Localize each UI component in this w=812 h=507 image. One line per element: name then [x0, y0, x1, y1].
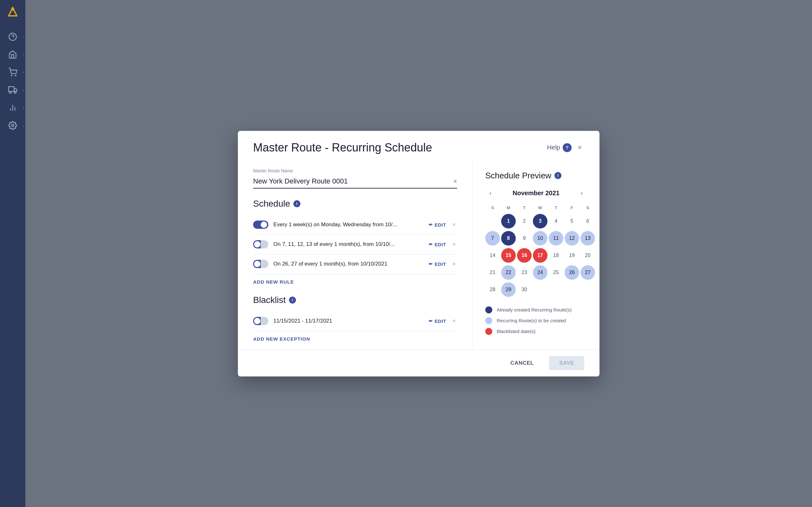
cal-day-23[interactable]: 23: [517, 265, 531, 280]
cal-day-26[interactable]: 26: [565, 265, 579, 280]
pencil-icon: ✏: [429, 319, 433, 324]
cal-day-21[interactable]: 21: [485, 265, 500, 280]
cal-day-4[interactable]: 4: [549, 214, 563, 228]
modal-footer: CANCEL SAVE: [238, 349, 600, 377]
preview-info-icon[interactable]: i: [554, 172, 561, 179]
rule-1-delete-button[interactable]: ×: [451, 220, 457, 229]
cal-day-1[interactable]: 1: [501, 214, 516, 228]
cal-day-30[interactable]: 30: [517, 282, 531, 297]
calendar-month: November 2021: [513, 189, 560, 197]
edit-label: EDIT: [435, 242, 446, 247]
cal-day-11[interactable]: 11: [549, 231, 563, 245]
sidebar: › › › › › ›: [0, 0, 26, 507]
cal-day-20[interactable]: 20: [580, 248, 595, 263]
rule-2-edit-button[interactable]: ✏ EDIT: [429, 242, 446, 247]
chevron-icon: ›: [23, 89, 24, 92]
add-rule-button[interactable]: ADD NEW RULE: [253, 279, 294, 285]
cal-day-12[interactable]: 12: [565, 231, 579, 245]
prev-month-button[interactable]: ‹: [485, 188, 496, 199]
modal: Master Route - Recurring Schedule Help ?…: [238, 131, 600, 377]
sidebar-item-help[interactable]: ›: [0, 28, 26, 46]
schedule-info-icon[interactable]: i: [293, 200, 300, 207]
svg-point-10: [14, 92, 16, 94]
help-icon: ?: [563, 143, 571, 152]
sidebar-logo[interactable]: [5, 5, 20, 21]
cal-day-22[interactable]: 22: [501, 265, 516, 280]
right-panel: Schedule Preview i ‹ November 2021 › S M…: [473, 161, 600, 349]
blacklist-title: Blacklist: [253, 295, 286, 305]
cal-day-8[interactable]: 8: [501, 231, 516, 245]
sidebar-item-analytics[interactable]: ›: [0, 99, 26, 117]
rule-1-edit-button[interactable]: ✏ EDIT: [429, 222, 446, 228]
blacklist-section-header: Blacklist i: [253, 295, 457, 305]
rule-1-toggle[interactable]: [253, 221, 268, 229]
rule-row-2: On 7, 11, 12, 13 of every 1 month(s), fr…: [253, 235, 457, 255]
close-button[interactable]: ×: [575, 143, 584, 152]
cal-day-16[interactable]: 16: [517, 248, 531, 263]
cal-day-27[interactable]: 27: [580, 265, 595, 280]
route-name-label: Master Route Name: [253, 168, 457, 173]
cal-day-17[interactable]: 17: [533, 248, 548, 263]
cal-day-7[interactable]: 7: [485, 231, 500, 245]
pencil-icon: ✏: [429, 242, 433, 247]
cal-day-24[interactable]: 24: [533, 265, 548, 280]
rule-3-toggle[interactable]: [253, 260, 268, 268]
sidebar-item-fleet[interactable]: ›: [0, 81, 26, 99]
svg-marker-8: [14, 89, 17, 91]
sidebar-item-settings[interactable]: ›: [0, 117, 26, 134]
cal-day-29[interactable]: 29: [501, 282, 516, 297]
cal-day-25[interactable]: 25: [549, 265, 563, 280]
cal-day-19[interactable]: 19: [565, 248, 579, 263]
rule-3-delete-button[interactable]: ×: [451, 260, 457, 269]
cal-day-10[interactable]: 10: [533, 231, 548, 245]
cal-day-6[interactable]: 6: [580, 214, 595, 228]
rule-3-text: On 26, 27 of every 1 month(s), from 10/1…: [273, 261, 424, 267]
help-label: Help: [547, 144, 560, 151]
svg-point-5: [11, 75, 12, 76]
route-name-input[interactable]: [253, 176, 457, 188]
rule-3-edit-button[interactable]: ✏ EDIT: [429, 262, 446, 267]
calendar-grid: S M T W T F S 1 2 3 4 5 6: [485, 204, 587, 297]
calendar-nav: ‹ November 2021 ›: [485, 188, 587, 199]
cal-day-15[interactable]: 15: [501, 248, 516, 263]
next-month-button[interactable]: ›: [577, 188, 587, 199]
save-button[interactable]: SAVE: [549, 356, 584, 370]
cal-day-3[interactable]: 3: [533, 214, 548, 228]
cal-day-18[interactable]: 18: [549, 248, 563, 263]
svg-point-2: [11, 7, 14, 10]
cal-day-empty-4: [565, 282, 579, 297]
rule-2-text: On 7, 11, 12, 13 of every 1 month(s), fr…: [273, 241, 424, 247]
cal-day-5[interactable]: 5: [565, 214, 579, 228]
rule-2-toggle[interactable]: [253, 240, 268, 248]
preview-title: Schedule Preview: [485, 171, 551, 181]
help-button[interactable]: Help ?: [547, 143, 571, 152]
day-header-tue: T: [517, 204, 531, 212]
exception-1-edit-button[interactable]: ✏ EDIT: [429, 319, 446, 324]
pencil-icon: ✏: [429, 222, 433, 227]
cal-day-9[interactable]: 9: [517, 231, 531, 245]
cancel-button[interactable]: CANCEL: [500, 356, 544, 370]
modal-body: Master Route Name × Schedule i Every 1 w…: [238, 161, 600, 349]
day-header-sat: S: [580, 204, 595, 212]
day-header-sun: S: [485, 204, 500, 212]
cal-day-28[interactable]: 28: [485, 282, 500, 297]
svg-rect-7: [9, 87, 14, 92]
exception-1-text: 11/15/2021 - 11/17/2021: [273, 318, 424, 324]
legend-dot-light-blue: [485, 317, 492, 324]
exception-1-toggle[interactable]: [253, 317, 268, 325]
cal-day-14[interactable]: 14: [485, 248, 500, 263]
sidebar-item-orders[interactable]: ›: [0, 63, 26, 81]
rule-row-1: Every 1 week(s) on Monday, Wednesday fro…: [253, 215, 457, 235]
edit-label: EDIT: [435, 262, 446, 267]
exception-1-delete-button[interactable]: ×: [451, 317, 457, 326]
blacklist-info-icon[interactable]: i: [289, 297, 296, 303]
cal-day-13[interactable]: 13: [580, 231, 595, 245]
cal-day-empty-5: [580, 282, 595, 297]
day-header-mon: M: [501, 204, 516, 212]
cal-day-2[interactable]: 2: [517, 214, 531, 228]
field-clear-icon[interactable]: ×: [453, 178, 457, 185]
modal-title: Master Route - Recurring Schedule: [253, 141, 432, 154]
add-exception-button[interactable]: ADD NEW EXCEPTION: [253, 336, 310, 342]
rule-2-delete-button[interactable]: ×: [451, 240, 457, 249]
sidebar-item-routes[interactable]: ›: [0, 46, 26, 63]
